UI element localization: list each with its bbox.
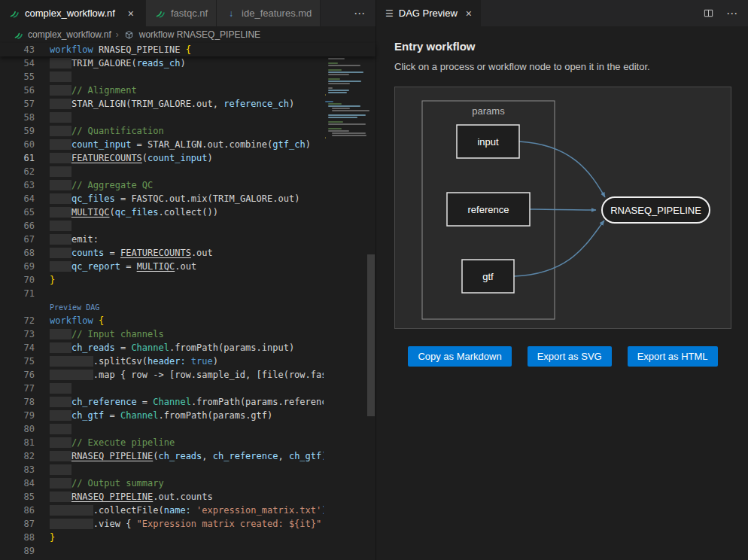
codelens-preview-dag[interactable]: Preview DAG <box>50 303 99 312</box>
code-line[interactable]: // Input channels <box>50 327 324 341</box>
code-token: .fromPath(params.reference) <box>191 397 324 407</box>
code-line[interactable]: } <box>50 273 324 287</box>
code-row: 68 counts = FEATURECOUNTS.out <box>0 246 376 260</box>
nextflow-icon <box>8 8 20 20</box>
code-line[interactable] <box>50 382 324 395</box>
code-token: RNASEQ_PIPELINE <box>93 44 186 55</box>
export-as-svg-button[interactable]: Export as SVG <box>528 346 612 367</box>
code-line[interactable] <box>50 219 324 233</box>
minimap[interactable] <box>324 58 366 560</box>
code-line[interactable]: // Alignment <box>50 84 324 97</box>
code-line[interactable]: TRIM_GALORE(reads_ch) <box>50 56 324 70</box>
code-line[interactable]: STAR_ALIGN(TRIM_GALORE.out, reference_ch… <box>50 97 324 111</box>
node-gtf[interactable]: gtf <box>462 260 514 293</box>
code-line[interactable]: .map { row -> [row.sample_id, [file(row.… <box>50 368 324 382</box>
code-token: // Execute pipeline <box>71 437 175 448</box>
line-number: 75 <box>0 355 50 368</box>
code-line[interactable]: counts = FEATURECOUNTS.out <box>50 246 324 260</box>
code-line[interactable]: ch_reads = Channel.fromPath(params.input… <box>50 341 324 355</box>
split-editor-icon[interactable] <box>703 8 714 19</box>
code-line[interactable]: } <box>50 531 324 544</box>
code-line[interactable] <box>50 111 324 124</box>
params-group-label: params <box>472 105 505 117</box>
code-row: 88} <box>0 531 376 544</box>
code-line[interactable] <box>50 165 324 178</box>
code-token: { <box>186 44 191 55</box>
more-actions-icon[interactable]: ⋯ <box>726 7 737 20</box>
code-line[interactable] <box>50 70 324 84</box>
code-line[interactable]: qc_files = FASTQC.out.mix(TRIM_GALORE.ou… <box>50 192 324 205</box>
process-link[interactable]: MULTIQC <box>137 261 175 272</box>
node-rnaseq-pipeline[interactable]: RNASEQ_PIPELINE <box>602 197 710 223</box>
code-line[interactable]: RNASEQ_PIPELINE(ch_reads, ch_reference, … <box>50 449 324 463</box>
code-line[interactable] <box>50 422 324 436</box>
code-token <box>50 72 71 82</box>
code-line[interactable]: .collectFile(name: 'expression_matrix.tx… <box>50 504 324 517</box>
tab-complex-workflow[interactable]: complex_workflow.nf × <box>0 0 146 26</box>
code-line[interactable]: // Aggregate QC <box>50 178 324 192</box>
code-line[interactable] <box>50 544 324 558</box>
code-line[interactable]: // Output summary <box>50 476 324 490</box>
code-line[interactable]: workflow { <box>50 314 324 327</box>
breadcrumb-symbol[interactable]: workflow RNASEQ_PIPELINE <box>123 29 260 41</box>
scrollbar-thumb[interactable] <box>367 254 375 416</box>
code-line[interactable]: // Execute pipeline <box>50 436 324 449</box>
node-input[interactable]: input <box>457 125 519 158</box>
code-line[interactable] <box>50 463 324 476</box>
process-link[interactable]: RNASEQ_PIPELINE <box>71 451 153 461</box>
tab-fastqc[interactable]: fastqc.nf <box>146 0 217 26</box>
code-token: ( <box>153 451 158 461</box>
code-token: = <box>137 397 154 407</box>
code-line[interactable]: RNASEQ_PIPELINE.out.counts <box>50 490 324 504</box>
export-as-html-button[interactable]: Export as HTML <box>628 346 718 367</box>
editor-scrollbar[interactable] <box>366 56 376 560</box>
code-line[interactable]: .view { "Expression matrix created: ${it… <box>50 517 324 531</box>
code-line[interactable]: count_input = STAR_ALIGN.out.combine(gtf… <box>50 138 324 151</box>
code-line[interactable]: MULTIQC(qc_files.collect()) <box>50 205 324 219</box>
line-number: 69 <box>0 260 50 273</box>
code-line[interactable]: // Quantification <box>50 124 324 138</box>
code-row: 89 <box>0 544 376 558</box>
node-rnaseq-pipeline-label: RNASEQ_PIPELINE <box>610 205 701 216</box>
line-number: 74 <box>0 341 50 355</box>
process-link[interactable]: MULTIQC <box>71 207 110 218</box>
more-tabs-button[interactable]: ⋯ <box>343 0 376 26</box>
code-token: ( <box>142 153 147 163</box>
close-icon[interactable]: × <box>466 8 472 20</box>
code-line[interactable]: qc_report = MULTIQC.out <box>50 260 324 273</box>
code-line[interactable] <box>50 287 324 300</box>
codelens-line[interactable]: Preview DAG <box>50 300 324 314</box>
code-line[interactable]: emit: <box>50 233 324 246</box>
breadcrumb-file[interactable]: complex_workflow.nf <box>12 29 111 41</box>
code-token: TRIM_GALORE.out <box>213 193 294 204</box>
code-row: 82 RNASEQ_PIPELINE(ch_reads, ch_referenc… <box>0 449 376 463</box>
node-input-label: input <box>477 136 499 148</box>
minimap-line <box>324 139 366 142</box>
code-line[interactable]: FEATURECOUNTS(count_input) <box>50 151 324 165</box>
code-line[interactable]: ch_gtf = Channel.fromPath(params.gtf) <box>50 409 324 422</box>
code-token: ) <box>306 139 311 150</box>
code-token: ch_reference <box>71 397 137 407</box>
code-row: 66 <box>0 219 376 233</box>
line-number: 85 <box>0 490 50 504</box>
code-editor[interactable]: 54 TRIM_GALORE(reads_ch)55 56 // Alignme… <box>0 56 376 560</box>
code-token: ) <box>180 58 185 68</box>
copy-as-markdown-button[interactable]: Copy as Markdown <box>408 346 511 367</box>
close-icon[interactable]: × <box>125 8 137 20</box>
node-reference[interactable]: reference <box>447 193 530 226</box>
code-token: 'expression_matrix.txt' <box>196 505 321 516</box>
code-token: = <box>115 193 132 204</box>
code-line[interactable]: .splitCsv(header: true) <box>50 355 324 368</box>
process-link[interactable]: FEATURECOUNTS <box>71 153 142 163</box>
code-token <box>50 193 71 204</box>
code-line[interactable]: ch_reference = Channel.fromPath(params.r… <box>50 395 324 409</box>
code-token: FASTQC.out.mix <box>131 193 207 204</box>
tab-ide-features[interactable]: ↓ ide_features.md <box>217 0 321 26</box>
edge-reference-to-pipeline <box>530 209 596 210</box>
tab-dag-preview[interactable]: ☰ DAG Preview × <box>376 0 481 26</box>
process-link[interactable]: FEATURECOUNTS <box>120 248 191 258</box>
process-link[interactable]: RNASEQ_PIPELINE <box>71 492 153 502</box>
sticky-scroll-line[interactable]: 43 workflow RNASEQ_PIPELINE { <box>0 43 376 56</box>
editor-tab-bar: complex_workflow.nf × fastqc.nf ↓ ide_fe… <box>0 0 376 26</box>
line-number: 81 <box>0 436 50 449</box>
